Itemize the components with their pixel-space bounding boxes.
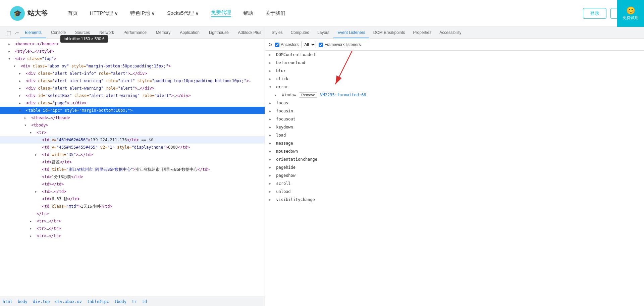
event-unload[interactable]: unload [265,188,644,196]
dom-line-div-top[interactable]: <div class="top"> [0,55,265,62]
free-trial-button[interactable]: 😊 免费试用 [617,0,644,27]
nav-http-proxy[interactable]: HTTP代理 ∨ [90,10,118,16]
dom-line-td-ip[interactable]: <td v="461#462#456">139.224.211.176</td>… [0,136,265,144]
event-keydown[interactable]: keydown [265,123,644,131]
event-domcontentloaded[interactable]: DOMContentLoaded [265,51,644,59]
dom-line-page[interactable]: <div class="page">…</div> [0,99,265,107]
tab-accessibility[interactable]: Accessibility [435,28,465,38]
error-source-link[interactable]: VM2295:formatted:66 [320,92,366,98]
dom-line-alert-warn1[interactable]: <div class="alert alert-warning" role="a… [0,77,265,85]
dropdown-arrow-socks: ∨ [195,10,199,16]
dom-line-td-width[interactable]: <td width="35">…</td> [0,151,265,158]
triangle-style [8,48,13,54]
breadcrumb-table-ipc[interactable]: table#ipc [87,299,109,304]
nav-home[interactable]: 首页 [68,10,78,16]
framework-checkbox[interactable] [319,43,323,47]
dom-line-td-location[interactable]: <td title="浙江省杭州市 阿里云BGP数据中心">浙江省杭州市 阿里云… [0,166,265,173]
ancestors-checkbox[interactable] [275,43,279,47]
tab-application[interactable]: Application [175,28,204,38]
dom-line-tbody[interactable]: <tbody> [0,121,265,129]
event-focusin[interactable]: focusin [265,107,644,115]
dom-line-table-ipc[interactable]: <table id="ipc" style="margin-bottom:10p… [0,107,265,114]
dropdown-arrow-http: ∨ [114,10,118,16]
breadcrumb-body[interactable]: body [18,299,28,304]
event-message[interactable]: message [265,139,644,147]
dom-line-div-abox[interactable]: <div class="abox ov" style="margin-botto… [0,62,265,70]
tab-properties[interactable]: Properties [409,28,436,38]
dom-line-tr4[interactable]: <tr>…</tr> [0,232,265,240]
event-focus[interactable]: focus [265,99,644,107]
dom-tooltip: table#ipc 1150 × 590.6 [60,35,108,43]
nav-help[interactable]: 帮助 [243,10,253,16]
triangle-alert-warn2 [19,85,23,91]
tab-adblock[interactable]: Adblock Plus [233,28,266,38]
triangle-thead [24,115,29,121]
event-error[interactable]: error [265,83,644,91]
tab-lighthouse[interactable]: Lighthouse [204,28,233,38]
dom-line-td-hidden[interactable]: <td v="455#455#455#455" v2="1" style="di… [0,144,265,151]
event-focusout[interactable]: focusout [265,115,644,123]
inspect-icon-button[interactable]: ⬚ [5,29,12,37]
ancestors-label: Ancestors [281,42,299,47]
breadcrumb-td[interactable]: td [142,299,147,304]
dom-line-banner[interactable]: <banner>…</banner> [0,40,265,48]
dom-line-selectbox[interactable]: <div id="selectBox" class="alert alert-w… [0,92,265,99]
event-visibilitychange[interactable]: visibilitychange [265,196,644,204]
triangle-td-el [35,189,40,195]
dom-line-tr3[interactable]: <tr>…</tr> [0,225,265,232]
nav-about[interactable]: 关于我们 [265,10,285,16]
breadcrumb-html[interactable]: html [3,299,12,304]
refresh-icon[interactable]: ↻ [268,42,272,47]
dom-line-td-duration[interactable]: <td class="mtd">1天16小时</td> [0,203,265,210]
dom-line-td-empty[interactable]: <td></td> [0,181,265,188]
tab-elements[interactable]: Elements [20,28,46,38]
device-icon-button[interactable]: ▱ [14,29,20,37]
dom-line-tr-close[interactable]: </tr> [0,210,265,217]
event-beforeunload[interactable]: beforeunload [265,59,644,67]
nav-socks5[interactable]: Socks5代理 ∨ [167,10,199,16]
dom-line-tr[interactable]: <tr> [0,129,265,136]
free-trial-label: 免费试用 [623,15,639,21]
dom-line-tr2[interactable]: <tr>…</tr> [0,217,265,225]
dom-line-style[interactable]: <style>…</style> [0,48,265,55]
breadcrumb-tr[interactable]: tr [132,299,137,304]
dom-line-td-time[interactable]: <td>1分18秒前</td> [0,173,265,181]
tab-styles[interactable]: Styles [268,28,287,38]
toggle-click [269,76,274,82]
tab-dom-breakpoints[interactable]: DOM Breakpoints [369,28,409,38]
login-button[interactable]: 登录 [583,8,606,19]
dom-line-td-ellipsis[interactable]: <td>…</td> [0,188,265,195]
tab-layout[interactable]: Layout [313,28,333,38]
tab-memory[interactable]: Memory [151,28,175,38]
dom-line-td-speed[interactable]: <td>6.33 秒</td> [0,195,265,203]
breadcrumb-div-abox[interactable]: div.abox.ov [55,299,82,304]
dom-line-alert-warn2[interactable]: <div class="alert alert-warning" role="a… [0,85,265,92]
dom-line-alert-info[interactable]: <div class="alert alert-info" role="aler… [0,70,265,77]
tab-performance[interactable]: Performance [119,28,151,38]
dom-line-td-anon[interactable]: <td>普匿</td> [0,158,265,166]
dom-line-thead[interactable]: <thead>…</thead> [0,114,265,121]
toggle-domcontentloaded [269,52,274,58]
triangle-alert-warn1 [19,78,23,84]
event-orientationchange[interactable]: orientationchange [265,155,644,163]
event-scroll[interactable]: scroll [265,180,644,188]
tab-event-listeners[interactable]: Event Listeners [333,28,369,38]
remove-button[interactable]: Remove [299,92,317,98]
nav-free-proxy[interactable]: 免费代理 [211,9,231,17]
event-pagehide[interactable]: pagehide [265,163,644,171]
event-click[interactable]: click [265,75,644,83]
nav-ip-pool[interactable]: 特色IP池 ∨ [130,10,155,16]
event-load[interactable]: load [265,131,644,139]
breadcrumb-div-top[interactable]: div.top [33,299,50,304]
triangle-tbody [24,122,29,128]
event-listeners-toolbar: ↻ Ancestors All Framework listeners [265,39,644,51]
tab-computed[interactable]: Computed [287,28,313,38]
event-mousedown[interactable]: mousedown [265,147,644,155]
ancestors-all-dropdown[interactable]: All [301,41,316,48]
event-pageshow[interactable]: pageshow [265,171,644,180]
toggle-focus [269,100,274,106]
breadcrumb-tbody[interactable]: tbody [114,299,126,304]
event-blur[interactable]: blur [265,67,644,75]
triangle-error-window [274,92,279,98]
brand-emoji: 🎓 [13,9,22,17]
